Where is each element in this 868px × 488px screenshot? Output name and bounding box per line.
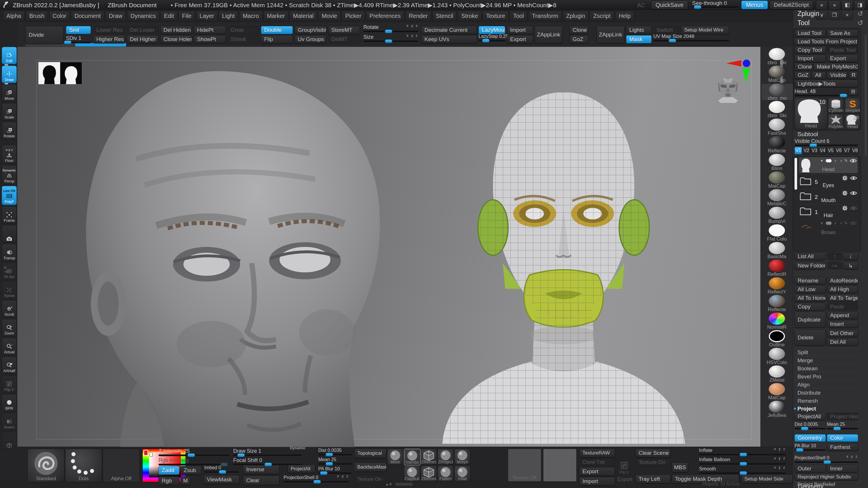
scroll-tool-button[interactable]: Scroll <box>2 300 17 318</box>
tool-reload-icon[interactable]: ↺ <box>858 19 863 27</box>
subtool-section-header[interactable]: Subtool <box>797 131 818 138</box>
head-48-slider-track[interactable] <box>795 95 846 97</box>
restore-icon[interactable]: ❐ <box>829 10 840 20</box>
rotate-slider-knob[interactable] <box>385 30 392 33</box>
menu-item-transform[interactable]: Transform <box>528 11 561 21</box>
z-axis-dot[interactable] <box>743 60 750 67</box>
texture-import-button[interactable]: Import <box>579 477 615 486</box>
folder-icons[interactable] <box>842 190 857 196</box>
floor-tool-button[interactable]: x y zFloor <box>2 145 17 164</box>
texture-preview-off[interactable]: Texture Off <box>508 449 541 482</box>
setup-model-wire-button[interactable]: Setup Model Wire <box>681 26 729 34</box>
current-alpha-thumbnail[interactable]: Alpha Off <box>103 449 140 482</box>
version-button-v8[interactable]: V8 <box>851 147 859 154</box>
menu-item-marker[interactable]: Marker <box>264 11 288 21</box>
divide-button[interactable]: Divide <box>26 26 64 44</box>
material-item-metalicc[interactable]: MetalicC <box>761 189 793 206</box>
z-intensity-slider[interactable]: Z Intensity 25 <box>159 448 229 456</box>
quick-brush-standar[interactable]: Standar <box>404 449 421 465</box>
menu-item-dynamics[interactable]: Dynamics <box>127 11 159 21</box>
bottom-pablur-slider[interactable]: PA Blur 10 <box>318 466 352 474</box>
head-r-button[interactable]: R <box>848 88 858 96</box>
edit-tool-button[interactable]: Edit <box>2 47 17 64</box>
material-item-matcap[interactable]: MatCap <box>761 383 793 400</box>
menu-item-zscript[interactable]: Zscript <box>590 11 614 21</box>
close-holes-button[interactable]: Close Holes <box>160 35 192 43</box>
bpr-tool-button[interactable]: BPR <box>2 394 17 412</box>
quick-brush-inflat[interactable]: Inflat <box>454 465 470 482</box>
smooth-slider-knob[interactable] <box>740 471 747 475</box>
storemt-button[interactable]: StoreMT <box>328 26 360 34</box>
version-button-v4[interactable]: V4 <box>819 147 826 154</box>
dock-mean-slider[interactable]: Mean 25 <box>827 422 858 430</box>
del-higher-button[interactable]: Del Higher <box>127 35 159 43</box>
menu-item-color[interactable]: Color <box>49 11 70 21</box>
polymesh-preview-icon[interactable] <box>714 76 742 103</box>
bottom-dist-slider-knob[interactable] <box>326 453 333 456</box>
size-slider-track[interactable] <box>363 40 418 42</box>
tool-clone-button[interactable]: Clone <box>795 63 812 70</box>
tool-export-button[interactable]: Export <box>827 55 858 62</box>
project-color-button[interactable]: Color <box>827 434 858 442</box>
paintbrush-icon[interactable]: ✎ <box>844 158 848 163</box>
camera-tool-button[interactable] <box>2 225 17 242</box>
load-tool-button[interactable]: Load Tool <box>795 30 826 37</box>
lazymouse-button[interactable]: LazyMouse <box>478 26 505 34</box>
rotate-slider-track[interactable] <box>363 31 418 32</box>
section-header-merge[interactable]: Merge <box>793 356 861 364</box>
menu-item-alpha[interactable]: Alpha <box>3 11 25 21</box>
version-button-v1[interactable]: V1 <box>795 147 802 154</box>
backfacemask-button[interactable]: BackfaceMask <box>354 462 386 472</box>
geometry-section-header[interactable]: Geometry <box>798 483 824 488</box>
menu-item-movie[interactable]: Movie <box>318 11 341 21</box>
move-into-folder-button[interactable]: ↳ <box>843 262 858 269</box>
difference-icon[interactable]: ◑ <box>839 221 842 226</box>
menu-item-file[interactable]: File <box>179 11 195 21</box>
material-item-reflectr[interactable]: ReflectR <box>761 260 793 276</box>
rgb-button[interactable]: Rgb <box>159 477 179 485</box>
goz-button[interactable]: GoZ <box>569 35 589 43</box>
zoom-tool-button[interactable]: Zoom <box>2 319 17 336</box>
del-other-button[interactable]: Del Other <box>827 330 858 337</box>
quick-brush-flatten[interactable]: Flatten <box>437 465 454 482</box>
tool-panel-header[interactable]: Tool <box>797 19 810 27</box>
canvas-h-scrollbar-thumb[interactable] <box>75 43 126 46</box>
smooth-slider-track[interactable] <box>699 473 786 474</box>
dock-right-icon[interactable]: ◨ <box>854 0 866 10</box>
draw-size-slider-knob[interactable] <box>237 453 245 457</box>
rgb-intensity-slider[interactable]: Rgb Intensity <box>159 457 229 465</box>
material-item-hsvcolo[interactable]: HSVColo <box>761 348 793 364</box>
rotate-slider[interactable]: Rotatex y z <box>363 24 418 32</box>
goz-r-button[interactable]: R <box>849 71 858 79</box>
subtool-folder-eyes[interactable]: 5Eyes <box>799 174 858 189</box>
bottom-mean-slider-track[interactable] <box>318 463 352 465</box>
menu-item-preferences[interactable]: Preferences <box>366 11 404 21</box>
persp-tool-button[interactable]: DynamicPersp <box>2 165 17 185</box>
uv-map-size-slider-knob[interactable] <box>669 39 676 42</box>
rotate-tool-button[interactable]: RRotate <box>2 122 17 139</box>
bottom-shell-slider-knob[interactable] <box>313 480 321 484</box>
z-intensity-slider-track[interactable] <box>159 454 229 456</box>
section-header-distribute[interactable]: Distribute <box>793 389 861 397</box>
material-item-reflecty[interactable]: ReflectY <box>761 277 793 294</box>
close-icon[interactable]: × <box>841 10 853 20</box>
scroll-right-icon[interactable]: » <box>829 0 840 10</box>
gofolder-arrow-icon[interactable]: ▾ <box>821 158 823 163</box>
dock-shell-slider[interactable]: ProjectionShell 0x y z <box>795 455 858 463</box>
size-slider[interactable]: Sizex y z <box>363 34 418 42</box>
decimate-current-button[interactable]: Decimate Current <box>421 26 477 34</box>
inverse-button[interactable]: Inverse <box>243 465 279 474</box>
default-zscript-button[interactable]: DefaultZScript <box>770 1 813 9</box>
sdiv-slider-knob[interactable] <box>64 40 71 44</box>
topological-button[interactable]: Topological <box>354 449 386 458</box>
material-item-blinn[interactable]: Blinn <box>761 154 793 170</box>
bottom-mean-slider[interactable]: Mean 25 <box>318 457 352 465</box>
version-button-v7[interactable]: V7 <box>843 147 850 154</box>
dock-dist-slider-track[interactable] <box>795 428 826 430</box>
subtool-scrollbar-thumb[interactable] <box>795 158 797 190</box>
smt-button[interactable]: Smt <box>66 26 91 34</box>
section-header-align[interactable]: Align <box>793 381 861 389</box>
all-low-button[interactable]: All Low <box>795 286 826 293</box>
scroll-left-icon[interactable]: « <box>816 0 828 10</box>
groupvisible-button[interactable]: GroupVisible <box>294 26 327 34</box>
